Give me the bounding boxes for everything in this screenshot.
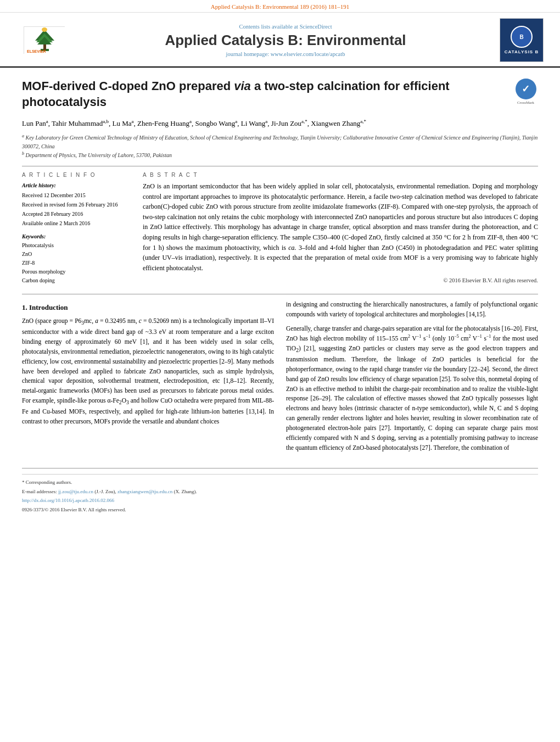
article-history-block: Article history: Received 12 December 20… <box>22 181 132 228</box>
divider-1 <box>22 166 538 166</box>
catalysis-logo: B CATALYSIS B <box>500 18 544 62</box>
email1-name: (J.-J. Zou), <box>94 489 116 494</box>
email-label: E-mail addresses: <box>22 489 57 494</box>
intro-para-1: ZnO (space group = P63mc, a = 0.32495 nm… <box>22 316 274 427</box>
main-right-column: in designing and constructing the hierar… <box>286 300 538 457</box>
main-content: 1. Introduction ZnO (space group = P63mc… <box>22 300 538 457</box>
abstract-copyright: © 2016 Elsevier B.V. All rights reserved… <box>143 277 538 283</box>
contents-label: Contents lists available at <box>239 24 298 30</box>
article-body: MOF-derived C-doped ZnO prepared via a t… <box>0 68 560 526</box>
available-date: Available online 2 March 2016 <box>22 219 132 228</box>
journal-title: Applied Catalysis B: Environmental <box>71 32 500 49</box>
authors-line: Lun Pana, Tahir Muhammada,b, Lu Maa, Zhe… <box>22 118 538 130</box>
abstract-text: ZnO is an important semiconductor that h… <box>143 181 538 273</box>
svg-point-6 <box>42 27 47 32</box>
catalysis-label: CATALYSIS B <box>505 49 539 54</box>
section-number: 1. <box>22 303 27 311</box>
main-left-column: 1. Introduction ZnO (space group = P63mc… <box>22 300 274 457</box>
homepage-label: journal homepage: <box>226 51 269 57</box>
expected-text: expected <box>267 254 290 261</box>
journal-center: Contents lists available at ScienceDirec… <box>71 24 500 57</box>
intro-para-2: in designing and constructing the hierar… <box>286 300 538 320</box>
section-name: Introduction <box>29 303 68 311</box>
keywords-block: Keywords: Photocatalysis ZnO ZIF-8 Porou… <box>22 233 132 285</box>
article-title-section: MOF-derived C-doped ZnO prepared via a t… <box>22 79 538 113</box>
keyword-photocatalysis: Photocatalysis <box>22 241 132 250</box>
email1-link[interactable]: jj.zou@tju.edu.cn <box>58 489 93 494</box>
intro-para-3: Generally, charge transfer and charge-pa… <box>286 324 538 453</box>
affiliation-a: a Key Laboratory for Green Chemical Tech… <box>22 133 538 150</box>
keywords-label: Keywords: <box>22 233 132 239</box>
article-title: MOF-derived C-doped ZnO prepared via a t… <box>22 79 472 110</box>
crossmark-icon: ✓ <box>516 79 536 99</box>
elsevier-graphic: ELSEVIER <box>24 26 65 54</box>
footer-divider <box>22 468 538 468</box>
affiliation-b: b Department of Physics, The University … <box>22 150 538 159</box>
issn-line: 0926-3373/© 2016 Elsevier B.V. All right… <box>22 506 538 514</box>
email2-name: (X. Zhang). <box>174 489 197 494</box>
received-date: Received 12 December 2015 <box>22 191 132 200</box>
issn-text: 0926-3373/© 2016 Elsevier B.V. All right… <box>22 507 126 512</box>
abstract-column: A B S T R A C T ZnO is an important semi… <box>143 172 538 285</box>
doi-link[interactable]: http://dx.doi.org/10.1016/j.apcatb.2016.… <box>22 498 114 503</box>
svg-text:ELSEVIER: ELSEVIER <box>27 49 46 53</box>
crossmark-logo[interactable]: ✓ CrossMark <box>513 79 538 105</box>
abstract-header: A B S T R A C T <box>143 172 538 178</box>
contents-line: Contents lists available at ScienceDirec… <box>71 24 500 30</box>
affiliations: a Key Laboratory for Green Chemical Tech… <box>22 133 538 159</box>
doi-line: http://dx.doi.org/10.1016/j.apcatb.2016.… <box>22 497 538 505</box>
keyword-carbon: Carbon doping <box>22 276 132 285</box>
crossmark-text: CrossMark <box>517 101 534 105</box>
catalysis-circle: B <box>511 26 533 48</box>
sciencedirect-link[interactable]: ScienceDirect <box>300 24 332 30</box>
article-info-column: A R T I C L E I N F O Article history: R… <box>22 172 132 285</box>
journal-reference-bar: Applied Catalysis B: Environmental 189 (… <box>0 0 560 13</box>
corresponding-note: * Corresponding authors. <box>22 479 538 487</box>
email-line: E-mail addresses: jj.zou@tju.edu.cn (J.-… <box>22 488 538 496</box>
elsevier-logo: ELSEVIER <box>16 26 71 54</box>
corresponding-text: * Corresponding authors. <box>22 479 72 485</box>
keyword-zno: ZnO <box>22 250 132 259</box>
divider-2 <box>22 294 538 294</box>
article-footer: * Corresponding authors. E-mail addresse… <box>22 474 538 514</box>
article-info-header: A R T I C L E I N F O <box>22 172 132 178</box>
keyword-zif8: ZIF-8 <box>22 259 132 267</box>
journal-reference: Applied Catalysis B: Environmental 189 (… <box>211 3 349 10</box>
homepage-line: journal homepage: www.elsevier.com/locat… <box>71 51 500 57</box>
journal-header: ELSEVIER Contents lists available at Sci… <box>0 13 560 68</box>
homepage-url[interactable]: www.elsevier.com/locate/apcatb <box>271 51 345 57</box>
history-label: Article history: <box>22 181 132 190</box>
accepted-date: Accepted 28 February 2016 <box>22 210 132 219</box>
info-abstract-section: A R T I C L E I N F O Article history: R… <box>22 172 538 285</box>
keyword-porous: Porous morphology <box>22 267 132 276</box>
page: Applied Catalysis B: Environmental 189 (… <box>0 0 560 742</box>
introduction-title: 1. Introduction <box>22 302 274 313</box>
email2-link[interactable]: zhangxiangwen@tju.edu.cn <box>117 489 172 494</box>
received-revised-date: Received in revised form 26 February 201… <box>22 200 132 209</box>
